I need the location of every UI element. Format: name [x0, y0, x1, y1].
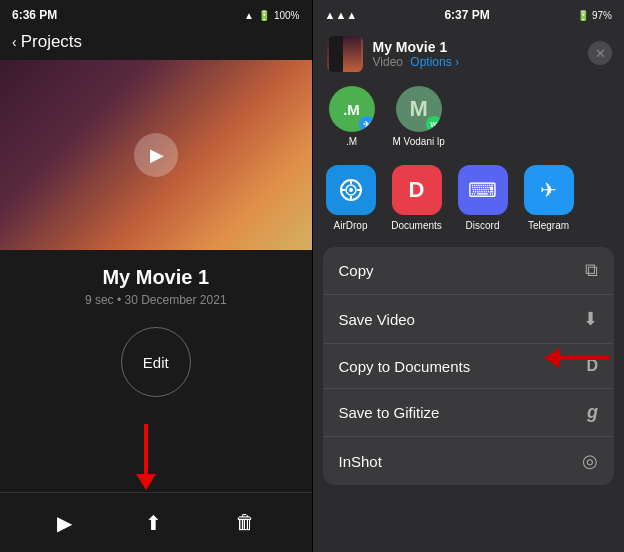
share-header: My Movie 1 Video Options › ✕: [313, 28, 625, 78]
left-time: 6:36 PM: [12, 8, 57, 22]
close-button[interactable]: ✕: [588, 41, 612, 65]
contacts-row: .M ✈ .M M W M Vodani lp: [313, 78, 625, 157]
contact-initial-vodani: M: [409, 96, 427, 122]
signal-icon: ▲▲▲: [325, 9, 358, 21]
nav-title[interactable]: Projects: [21, 32, 82, 52]
right-arrow-head: [544, 348, 560, 368]
left-status-icons: ▲ 🔋 100%: [244, 10, 299, 21]
airdrop-label: AirDrop: [334, 220, 368, 231]
right-battery-icon: 🔋: [577, 10, 589, 21]
contact-avatar-vodani: M W: [396, 86, 442, 132]
apps-row: AirDrop D Documents ⌨ Discord ✈ Telegram: [313, 157, 625, 243]
share-thumbnail: [327, 36, 363, 72]
nav-bar-left: ‹ Projects: [0, 28, 312, 60]
whatsapp-badge: W: [426, 116, 442, 132]
contact-item-m[interactable]: .M ✈ .M: [327, 86, 377, 147]
telegram-label: Telegram: [528, 220, 569, 231]
action-copy[interactable]: Copy ⧉: [323, 247, 615, 294]
app-item-airdrop[interactable]: AirDrop: [325, 165, 377, 231]
right-time: 6:37 PM: [444, 8, 489, 22]
back-arrow-icon[interactable]: ‹: [12, 34, 17, 50]
app-item-documents[interactable]: D Documents: [391, 165, 443, 231]
copy-icon: ⧉: [585, 260, 598, 281]
battery-text: 100%: [274, 10, 300, 21]
share-subtitle: Video Options ›: [373, 55, 460, 69]
app-item-telegram[interactable]: ✈ Telegram: [523, 165, 575, 231]
trash-toolbar-icon[interactable]: 🗑: [235, 511, 255, 534]
airdrop-icon: [326, 165, 376, 215]
action-inshot[interactable]: InShot ◎: [323, 436, 615, 485]
discord-icon: ⌨: [458, 165, 508, 215]
share-title: My Movie 1: [373, 39, 460, 55]
contact-name-vodani: M Vodani lp: [393, 136, 445, 147]
red-arrow-right: [544, 348, 610, 368]
movie-title: My Movie 1: [0, 266, 312, 289]
telegram-icon: ✈: [524, 165, 574, 215]
right-arrow-shaft: [560, 356, 610, 360]
save-video-label: Save Video: [339, 311, 415, 328]
svg-point-2: [349, 188, 353, 192]
edit-button[interactable]: Edit: [121, 327, 191, 397]
video-thumbnail[interactable]: ▶: [0, 60, 312, 250]
inshot-icon: ◎: [582, 450, 598, 472]
share-subtitle-text: Video: [373, 55, 403, 69]
action-save-video[interactable]: Save Video ⬇: [323, 294, 615, 343]
movie-meta: 9 sec • 30 December 2021: [0, 293, 312, 307]
contact-name-m: .M: [346, 136, 357, 147]
action-save-gifitize[interactable]: Save to Gifitize g: [323, 388, 615, 436]
arrow-head: [136, 474, 156, 490]
contact-avatar-m: .M ✈: [329, 86, 375, 132]
contact-initial-m: .M: [343, 101, 360, 118]
right-status-icons: 🔋 97%: [577, 10, 612, 21]
wifi-icon: ▲: [244, 10, 254, 21]
inshot-label: InShot: [339, 453, 382, 470]
play-icon: ▶: [150, 144, 164, 166]
documents-icon: D: [392, 165, 442, 215]
save-video-icon: ⬇: [583, 308, 598, 330]
left-panel: 6:36 PM ▲ 🔋 100% ‹ Projects ▶ My Movie 1…: [0, 0, 312, 552]
right-panel: ▲▲▲ 6:37 PM 🔋 97% My Movie 1 Video Optio…: [313, 0, 625, 552]
play-button[interactable]: ▶: [134, 133, 178, 177]
bottom-toolbar: ▶ ⬆ 🗑: [0, 492, 312, 552]
gifitize-icon: g: [587, 402, 598, 423]
edit-btn-container: Edit: [0, 327, 312, 397]
red-arrow-left: [136, 424, 156, 490]
status-bar-right: ▲▲▲ 6:37 PM 🔋 97%: [313, 0, 625, 28]
discord-label: Discord: [466, 220, 500, 231]
status-bar-left: 6:36 PM ▲ 🔋 100%: [0, 0, 312, 28]
telegram-badge: ✈: [359, 116, 375, 132]
copy-label: Copy: [339, 262, 374, 279]
options-link[interactable]: Options ›: [410, 55, 459, 69]
play-toolbar-icon[interactable]: ▶: [57, 511, 72, 535]
right-battery-text: 97%: [592, 10, 612, 21]
documents-label: Documents: [391, 220, 442, 231]
share-toolbar-icon[interactable]: ⬆: [145, 511, 162, 535]
movie-info: My Movie 1 9 sec • 30 December 2021: [0, 250, 312, 315]
right-signal-icons: ▲▲▲: [325, 9, 358, 21]
battery-icon: 🔋: [258, 10, 270, 21]
contact-item-vodani[interactable]: M W M Vodani lp: [393, 86, 445, 147]
arrow-shaft: [144, 424, 148, 474]
gifitize-label: Save to Gifitize: [339, 404, 440, 421]
copy-docs-label: Copy to Documents: [339, 358, 471, 375]
app-item-discord[interactable]: ⌨ Discord: [457, 165, 509, 231]
share-title-block: My Movie 1 Video Options ›: [373, 39, 460, 69]
